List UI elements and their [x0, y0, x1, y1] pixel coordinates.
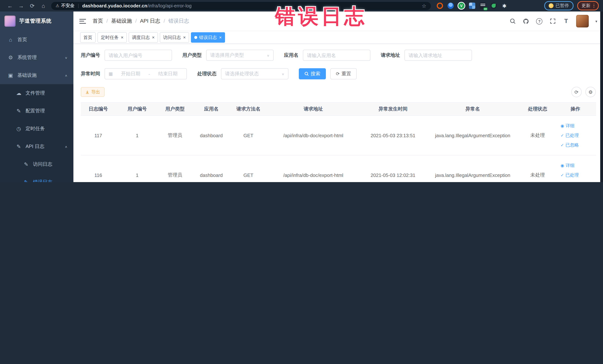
- cell-status: 未处理: [521, 116, 555, 155]
- check-icon: ✓: [561, 173, 564, 177]
- sidebar-item-label: 首页: [17, 36, 27, 43]
- extension-icon-grid[interactable]: [469, 3, 475, 9]
- reset-button-label: 重置: [341, 70, 351, 77]
- mark-ignored-link[interactable]: ✓ 已忽略: [561, 182, 579, 182]
- request-url-input[interactable]: [405, 50, 472, 61]
- table-header-row: 日志编号用户编号用户类型应用名请求方法名请求地址异常发生时间异常名处理状态操作: [81, 103, 596, 116]
- refresh-icon[interactable]: ⟳: [571, 87, 582, 97]
- search-icon[interactable]: [509, 18, 516, 24]
- date-range-picker[interactable]: ▦ 开始日期 - 结束日期: [104, 68, 187, 79]
- check-icon: ✓: [561, 143, 564, 147]
- extension-icon-ring[interactable]: [437, 3, 443, 9]
- help-icon[interactable]: ?: [536, 18, 543, 24]
- filter-row-2: 异常时间 ▦ 开始日期 - 结束日期 处理状态 请选择处理状态 ∨: [81, 68, 596, 79]
- tab[interactable]: 访问日志 ×: [160, 32, 189, 42]
- sidebar-item[interactable]: ✎ API 日志 ∧: [0, 138, 73, 155]
- mark-ignored-link[interactable]: ✓ 已忽略: [561, 142, 579, 148]
- table-row[interactable]: 116 1 管理员 dashboard GET /api/infra/db-do…: [81, 155, 596, 182]
- process-status-select[interactable]: 请选择处理状态 ∨: [221, 68, 289, 79]
- address-bar[interactable]: ⚠ 不安全 dashboard.yudao.iocoder.cn/infra/l…: [51, 2, 431, 10]
- mark-processed-link[interactable]: ✓ 已处理: [561, 172, 579, 178]
- browser-update-button[interactable]: 更新: [577, 1, 599, 10]
- app-title: 芋道管理系统: [19, 18, 52, 24]
- tab-label: 错误日志: [199, 33, 217, 42]
- breadcrumb-item[interactable]: 错误日志: [160, 18, 189, 24]
- mark-processed-link[interactable]: ✓ 已处理: [561, 132, 579, 139]
- table-settings-group: ⟳ ⚙: [571, 87, 596, 97]
- fullscreen-icon[interactable]: [549, 18, 556, 24]
- home-icon[interactable]: ⌂: [38, 3, 49, 9]
- request-url-label: 请求地址: [381, 52, 400, 59]
- github-icon[interactable]: [523, 18, 529, 24]
- extension-icon-drop[interactable]: [447, 3, 454, 9]
- hamburger-icon[interactable]: [79, 19, 86, 23]
- security-label[interactable]: 不安全: [61, 3, 74, 9]
- search-button[interactable]: 搜索: [299, 68, 326, 79]
- extension-icon-puzzle[interactable]: ✱: [501, 3, 508, 9]
- eye-icon: ◉: [561, 163, 564, 168]
- breadcrumb-item[interactable]: API 日志: [132, 18, 160, 24]
- reload-icon[interactable]: ⟳: [27, 2, 38, 9]
- menu-icon: ▣: [7, 72, 14, 78]
- cell-app-name: dashboard: [191, 116, 231, 155]
- sidebar-item-label: 访问日志: [33, 161, 52, 168]
- bookmark-star-icon[interactable]: ☆: [422, 3, 426, 9]
- back-icon[interactable]: ←: [4, 3, 16, 9]
- sidebar-item[interactable]: ✎ 配置管理: [0, 102, 73, 120]
- emoji-avatar-icon: [548, 3, 553, 8]
- chevron-down-icon: ∨: [267, 54, 269, 57]
- user-avatar[interactable]: [576, 15, 589, 27]
- check-icon: ✓: [561, 133, 564, 138]
- sidebar-item-label: API 日志: [26, 143, 44, 150]
- url-path: /infra/log/api-error-log: [147, 3, 192, 8]
- sidebar-item[interactable]: ✎ 错误日志: [0, 173, 73, 182]
- app-name-input[interactable]: [303, 50, 370, 61]
- sidebar-item[interactable]: ⌂ 首页: [0, 31, 73, 48]
- extension-icon-switch[interactable]: on: [480, 3, 486, 9]
- extension-icon-leaf[interactable]: [490, 3, 497, 9]
- annotation-text: 错误日志: [275, 3, 367, 30]
- breadcrumb-item[interactable]: 首页: [93, 18, 103, 24]
- sidebar-item[interactable]: ☁ 文件管理: [0, 84, 73, 102]
- tab-close-icon[interactable]: ×: [121, 35, 123, 39]
- font-size-icon[interactable]: T: [563, 18, 569, 24]
- breadcrumb-item[interactable]: 基础设施: [103, 18, 132, 24]
- browser-menu-icon[interactable]: [593, 4, 594, 8]
- column-settings-icon[interactable]: ⚙: [585, 87, 596, 97]
- extension-icon-v[interactable]: V: [458, 3, 464, 9]
- forward-icon[interactable]: →: [16, 3, 27, 9]
- user-type-placeholder: 请选择用户类型: [210, 52, 267, 59]
- screen: ← → ⟳ ⌂ ⚠ 不安全 dashboard.yudao.iocoder.cn…: [0, 0, 603, 182]
- user-id-input[interactable]: [104, 50, 172, 61]
- app-logo-row[interactable]: 芋道管理系统: [0, 12, 73, 31]
- export-button[interactable]: 导出: [81, 87, 104, 97]
- extensions-group: V on ✱: [437, 3, 508, 9]
- tab[interactable]: 错误日志 ×: [191, 32, 225, 42]
- tab-close-icon[interactable]: ×: [219, 35, 222, 39]
- page-scrollbar[interactable]: [600, 12, 603, 182]
- chevron-icon: ∧: [65, 74, 68, 77]
- tab-close-icon[interactable]: ×: [183, 35, 186, 39]
- navbar-actions: ? T ▾: [509, 15, 597, 27]
- menu-icon: ✎: [16, 143, 22, 150]
- tab[interactable]: 首页 ×: [80, 32, 96, 42]
- cell-actions: ◉ 详细 ✓ 已处理 ✓: [555, 155, 596, 182]
- detail-link[interactable]: ◉ 详细: [561, 162, 579, 169]
- table-row[interactable]: 117 1 管理员 dashboard GET /api/infra/db-do…: [81, 116, 596, 155]
- sidebar-item[interactable]: ⚙ 系统管理 ∨: [0, 48, 73, 66]
- avatar-caret-icon[interactable]: ▾: [595, 19, 597, 23]
- filter-exception-time: 异常时间 ▦ 开始日期 - 结束日期: [81, 68, 187, 79]
- sidebar-item[interactable]: ◷ 定时任务: [0, 120, 73, 138]
- sidebar-item[interactable]: ▣ 基础设施 ∧: [0, 66, 73, 84]
- sidebar-item[interactable]: ✎ 访问日志: [0, 155, 73, 173]
- tab[interactable]: 定时任务 ×: [97, 32, 127, 42]
- mark-processed-label: 已处理: [565, 132, 579, 139]
- detail-link[interactable]: ◉ 详细: [561, 123, 579, 129]
- profile-paused-badge[interactable]: 已暂停: [544, 1, 573, 10]
- process-status-placeholder: 请选择处理状态: [225, 70, 282, 77]
- user-type-select[interactable]: 请选择用户类型 ∨: [206, 50, 274, 61]
- tab-close-icon[interactable]: ×: [152, 35, 155, 39]
- reset-button[interactable]: ⟳ 重置: [330, 68, 357, 79]
- tab[interactable]: 调度日志 ×: [129, 32, 158, 42]
- date-separator: -: [149, 71, 150, 77]
